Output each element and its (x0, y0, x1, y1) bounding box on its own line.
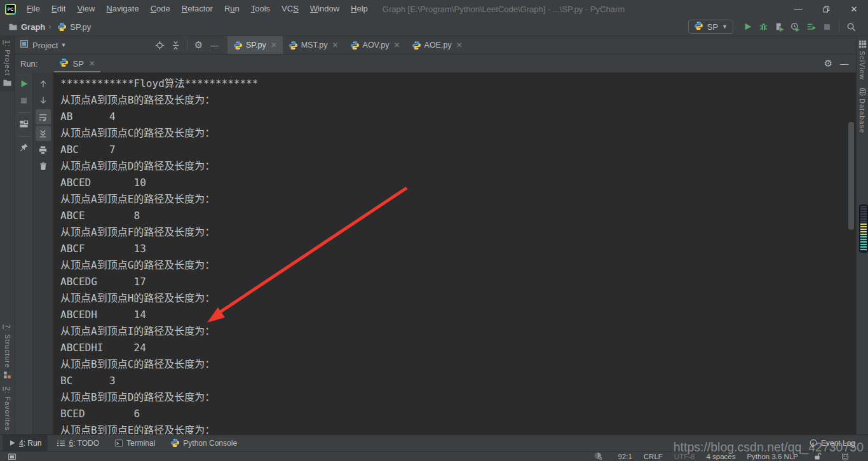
toolwindow-python-console[interactable]: Python Console (164, 435, 243, 451)
concurrency-icon (806, 22, 816, 32)
structure-icon (3, 371, 11, 379)
menu-refactor[interactable]: Refactor (176, 0, 219, 18)
gear-button[interactable]: ⚙ (820, 56, 836, 71)
close-icon[interactable]: ✕ (271, 41, 277, 50)
collapse-button[interactable] (168, 37, 184, 53)
editor-tab-aov-py[interactable]: AOV.py✕ (344, 36, 406, 54)
run-tab[interactable]: SP ✕ (53, 55, 101, 72)
run-button[interactable] (740, 19, 756, 34)
project-panel-title[interactable]: Project (32, 41, 58, 50)
menu-edit[interactable]: Edit (46, 0, 71, 18)
down-button[interactable] (36, 93, 51, 108)
scrollend-button[interactable] (36, 126, 51, 141)
softwrap-button[interactable] (36, 109, 51, 124)
minus-button[interactable]: — (836, 56, 852, 71)
console-line: 从顶点A到顶点E的路径及长度为： (60, 191, 856, 208)
toolwindow-6-todo[interactable]: 6: TODO (50, 435, 105, 451)
editor-tabs: SP.py✕MST.py✕AOV.py✕AOE.py✕ (227, 36, 468, 54)
menu-help[interactable]: Help (345, 0, 374, 18)
menu-file[interactable]: File (21, 0, 46, 18)
pin-button[interactable] (17, 140, 32, 155)
console-line: BCED 6 (60, 406, 856, 422)
up-button[interactable] (36, 76, 51, 91)
concurrency-button[interactable] (803, 19, 819, 34)
chevron-down-icon[interactable]: ▼ (60, 42, 66, 48)
menu-navigate[interactable]: Navigate (100, 0, 144, 18)
menu-run[interactable]: Run (219, 0, 245, 18)
stop-icon (823, 23, 831, 31)
editor-tab-aoe-py[interactable]: AOE.py✕ (406, 36, 468, 54)
rerun-button[interactable] (17, 76, 32, 91)
stop-icon (20, 97, 28, 105)
menu-tools[interactable]: Tools (245, 0, 276, 18)
run-configuration-name: SP (707, 22, 718, 32)
trash-button[interactable] (36, 159, 51, 174)
editor-tab-mst-py[interactable]: MST.py✕ (283, 36, 344, 54)
console-line: ABCF 13 (60, 241, 856, 257)
console-line: ABCED 10 (60, 175, 856, 191)
locate-button[interactable] (152, 37, 168, 53)
menu-window[interactable]: Window (304, 0, 345, 18)
line-separator[interactable]: CRLF (644, 453, 663, 460)
coverage-button[interactable] (771, 19, 787, 34)
console-output[interactable]: ************Floyd算法************从顶点A到顶点B的… (53, 72, 856, 434)
run-panel-label: Run: (20, 59, 37, 69)
restore-button[interactable] (812, 0, 840, 18)
printer-button[interactable] (36, 142, 51, 157)
close-button[interactable]: ✕ (840, 0, 868, 18)
stripe-1-project[interactable]: 1: Project (0, 36, 15, 91)
console-line: 从顶点A到顶点H的路径及长度为： (60, 290, 856, 307)
profiler-button[interactable] (787, 19, 803, 34)
caret-position[interactable]: 92:1 (618, 453, 632, 460)
minus-icon: — (210, 41, 219, 50)
window-controls: — ✕ (784, 0, 868, 18)
breadcrumb-project[interactable]: Graph (21, 22, 45, 32)
debug-button[interactable] (756, 19, 771, 34)
project-panel-header: Project ▼ ⚙— (15, 36, 227, 54)
console-line: ABC 7 (60, 142, 856, 158)
layout-button[interactable] (17, 116, 32, 131)
run-toolbar-main (15, 72, 33, 434)
stop-button[interactable] (819, 19, 835, 34)
minus-button[interactable]: — (207, 37, 222, 53)
close-icon[interactable]: ✕ (456, 41, 463, 50)
console-line: 从顶点A到顶点I的路径及长度为： (60, 323, 856, 340)
restore-icon (822, 5, 831, 13)
menu-bar: FileEditViewNavigateCodeRefactorRunTools… (21, 0, 374, 18)
scrollend-icon (38, 129, 48, 138)
console-line: 从顶点B到顶点D的路径及长度为： (60, 389, 856, 406)
toolwindow-terminal[interactable]: Terminal (108, 435, 161, 451)
stripe-sciview[interactable]: SciView (858, 36, 867, 84)
close-icon[interactable]: ✕ (89, 59, 95, 68)
background-tasks-icon[interactable] (590, 449, 606, 461)
toggle-toolwindows-button[interactable] (4, 449, 20, 461)
run-buttons (740, 19, 835, 34)
toolwindow-label: Terminal (126, 439, 155, 448)
close-icon[interactable]: ✕ (394, 41, 400, 50)
search-everywhere-button[interactable] (843, 19, 859, 34)
menu-view[interactable]: View (71, 0, 100, 18)
console-line: 从顶点A到顶点D的路径及长度为： (60, 158, 856, 175)
gear-button[interactable]: ⚙ (191, 37, 207, 53)
menu-vcs[interactable]: VCS (276, 0, 304, 18)
python-icon (694, 21, 703, 32)
stripe-label: 1: Project (4, 40, 11, 76)
editor-tab-sp-py[interactable]: SP.py✕ (227, 36, 283, 54)
console-toolbar (33, 72, 53, 434)
minimize-button[interactable]: — (784, 0, 812, 18)
run-console-region: ************Floyd算法************从顶点A到顶点B的… (15, 72, 856, 434)
stripe-database[interactable]: Database (858, 84, 867, 137)
breadcrumb-file[interactable]: SP.py (70, 22, 91, 32)
menu-code[interactable]: Code (145, 0, 176, 18)
close-icon[interactable]: ✕ (332, 41, 339, 50)
stop-button[interactable] (17, 93, 32, 108)
toolbar-divider (184, 40, 191, 50)
toolwindow-label: Python Console (183, 439, 237, 448)
play-small-icon (9, 439, 16, 446)
run-configuration-select[interactable]: SP ▼ (688, 20, 733, 34)
scrollbar-thumb[interactable] (848, 122, 854, 230)
tab-label: AOE.py (424, 41, 452, 50)
watermark-url: https://blog.csdn.net/qq_42730750 (674, 440, 864, 455)
stripe-7-structure[interactable]: 7: Structure (0, 321, 15, 383)
console-line: ABCEDG 17 (60, 274, 856, 290)
